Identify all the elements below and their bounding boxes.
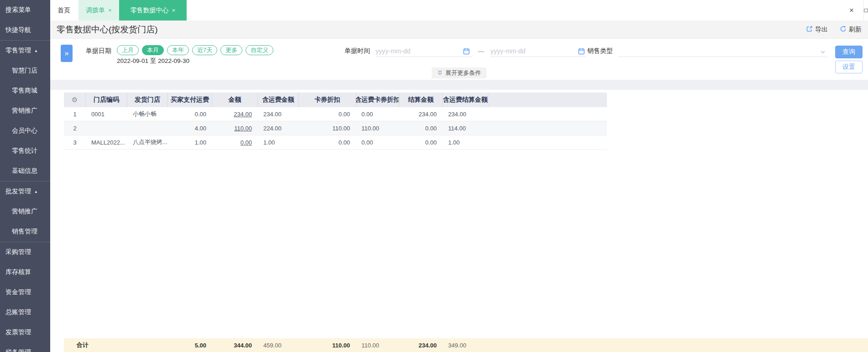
table-row: 3MALL2022...八点半烧烤...1.000.001.000.000.00… — [64, 135, 607, 150]
table-cell: 234.00 — [443, 107, 488, 121]
date-pill-2[interactable]: 本年 — [167, 45, 189, 55]
date-pill-0[interactable]: 上月 — [117, 45, 139, 55]
maximize-icon[interactable] — [863, 0, 868, 21]
panel-gap — [50, 80, 868, 90]
date-pill-5[interactable]: 自定义 — [246, 45, 273, 55]
sale-type-select[interactable] — [618, 45, 827, 57]
table-cell: 0.00 — [399, 135, 443, 149]
time-from-input[interactable] — [376, 47, 471, 55]
sidebar-item-label: 零售统计 — [12, 147, 37, 155]
sidebar-item-label: 销售管理 — [12, 228, 37, 236]
export-button[interactable]: 导出 — [806, 26, 828, 34]
settings-button[interactable]: 设置 — [835, 61, 863, 73]
table-cell — [127, 121, 168, 135]
table-body: 10001小畅小畅0.00234.00234.000.000.00234.002… — [64, 107, 607, 150]
refresh-icon — [840, 26, 847, 34]
amount-link-cell[interactable]: 0.00 — [212, 135, 258, 149]
sidebar-item-1[interactable]: 快捷导航 — [0, 20, 50, 40]
sidebar-item-17[interactable]: 税务管理 — [0, 342, 50, 352]
sidebar-item-16[interactable]: 发票管理 — [0, 322, 50, 342]
date-pill-4[interactable]: 更多 — [220, 45, 242, 55]
close-icon[interactable]: × — [847, 0, 856, 21]
sidebar-item-5[interactable]: 营销推广 — [0, 101, 50, 121]
date-filter-label: 单据日期 — [86, 45, 111, 65]
tab-transfer-order[interactable]: 调拨单 × — [78, 0, 119, 21]
summary-value: 5.00 — [168, 338, 212, 352]
date-pill-1[interactable]: 本月 — [142, 45, 164, 55]
table-cell: 110.00 — [299, 121, 356, 135]
time-filter-label: 单据时间 — [345, 45, 370, 56]
sidebar-menu: 搜索菜单快捷导航零售管理▲智慧门店零售商城营销推广会员中心零售统计基础信息批发管… — [0, 0, 50, 352]
column-header: 卡券折扣 — [299, 93, 356, 107]
expand-more-button[interactable]: 展开更多条件 — [432, 67, 486, 78]
sidebar-item-label: 智慧门店 — [12, 67, 37, 75]
table-cell: 八点半烧烤... — [127, 135, 168, 149]
summary-filler — [488, 338, 868, 352]
table-cell: MALL2022... — [86, 135, 127, 149]
sidebar-item-14[interactable]: 资金管理 — [0, 282, 50, 302]
column-header: 含运费结算金额 — [443, 93, 488, 107]
sidebar-item-8[interactable]: 基础信息 — [0, 161, 50, 181]
column-header: 含运费卡券折扣 — [356, 93, 399, 107]
summary-value: 344.00 — [212, 338, 258, 352]
sidebar-item-15[interactable]: 总账管理 — [0, 302, 50, 322]
sidebar-item-label: 采购管理 — [5, 248, 31, 256]
column-header: 门店编码 — [86, 93, 127, 107]
row-number: 3 — [64, 135, 86, 149]
sidebar-item-6[interactable]: 会员中心 — [0, 121, 50, 141]
export-icon — [806, 26, 813, 34]
summary-value: 110.00 — [356, 338, 399, 352]
sidebar-item-label: 批发管理 — [5, 187, 31, 196]
date-range-text: 2022-09-01 至 2022-09-30 — [117, 57, 273, 65]
sidebar-item-13[interactable]: 库存核算 — [0, 262, 50, 282]
table-cell: 234.00 — [399, 107, 443, 121]
sidebar-item-3[interactable]: 智慧门店 — [0, 61, 50, 81]
sidebar-item-label: 零售管理 — [5, 47, 31, 55]
sidebar-item-9[interactable]: 批发管理▲ — [0, 181, 50, 202]
table-cell: 110.00 — [356, 121, 399, 135]
sidebar-item-label: 营销推广 — [12, 107, 37, 115]
table-cell: 0.00 — [356, 107, 399, 121]
sidebar-item-label: 资金管理 — [5, 288, 31, 296]
tab-close-icon[interactable]: × — [108, 7, 112, 14]
table-cell: 4.00 — [168, 121, 212, 135]
column-settings-header[interactable]: ⚙ — [64, 93, 86, 107]
table-cell: 224.00 — [258, 121, 299, 135]
sidebar-item-10[interactable]: 营销推广 — [0, 202, 50, 222]
summary-row: 合计5.00344.00459.00110.00110.00234.00349.… — [64, 338, 868, 352]
column-header: 结算金额 — [399, 93, 443, 107]
title-bar: 零售数据中心(按发货门店) 导出 刷新 — [50, 21, 868, 39]
tab-label: 调拨单 — [86, 6, 105, 15]
tab-close-icon[interactable]: × — [172, 7, 176, 14]
time-to-wrap — [491, 45, 586, 57]
main-area: 首页 调拨单 × 零售数据中心 × × 零售数据中心(按发货门店) 导出 — [50, 0, 868, 352]
column-header: 含运费金额 — [258, 93, 299, 107]
tab-label: 零售数据中心 — [131, 6, 169, 15]
sidebar-item-11[interactable]: 销售管理 — [0, 222, 50, 242]
app-window: 搜索菜单快捷导航零售管理▲智慧门店零售商城营销推广会员中心零售统计基础信息批发管… — [0, 0, 868, 352]
table-cell — [86, 121, 127, 135]
sidebar-item-12[interactable]: 采购管理 — [0, 242, 50, 262]
sidebar-item-4[interactable]: 零售商城 — [0, 81, 50, 101]
date-pill-3[interactable]: 近7天 — [192, 45, 217, 55]
collapse-filter-button[interactable]: » — [61, 45, 73, 62]
sidebar-item-label: 搜索菜单 — [5, 6, 31, 14]
query-button[interactable]: 查询 — [835, 46, 863, 58]
table-cell: 0.00 — [356, 135, 399, 149]
refresh-button[interactable]: 刷新 — [840, 26, 862, 34]
sidebar-item-label: 会员中心 — [12, 127, 37, 135]
expand-more-label: 展开更多条件 — [445, 69, 481, 77]
table-cell: 小畅小畅 — [127, 107, 168, 121]
sidebar-item-7[interactable]: 零售统计 — [0, 141, 50, 161]
sidebar-item-0[interactable]: 搜索菜单 — [0, 0, 50, 20]
time-to-input[interactable] — [491, 47, 586, 55]
tab-bar: 首页 调拨单 × 零售数据中心 × × — [50, 0, 868, 21]
collapse-arrow-icon: ▲ — [34, 190, 38, 194]
amount-link-cell[interactable]: 110.00 — [212, 121, 258, 135]
tab-retail-data-center[interactable]: 零售数据中心 × — [119, 0, 187, 21]
amount-link-cell[interactable]: 234.00 — [212, 107, 258, 121]
tab-home[interactable]: 首页 — [52, 0, 76, 21]
refresh-label: 刷新 — [849, 26, 862, 34]
sidebar-item-2[interactable]: 零售管理▲ — [0, 41, 50, 61]
table-cell: 1.00 — [258, 135, 299, 149]
